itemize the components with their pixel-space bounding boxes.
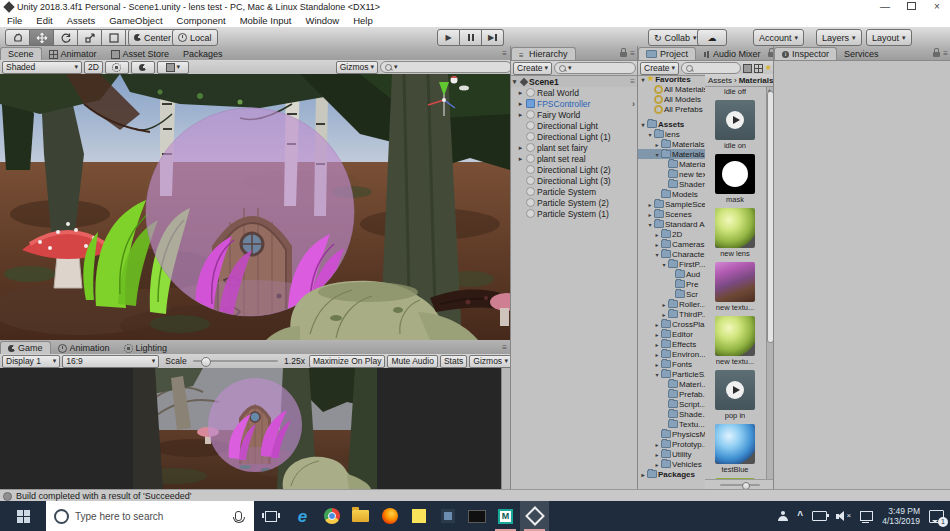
hierarchy-item[interactable]: ▸Fairy World <box>511 109 638 120</box>
expand-arrow-icon[interactable]: ▸ <box>517 100 524 108</box>
hierarchy-item[interactable]: ▸Real World <box>511 87 638 98</box>
project-tree-item[interactable]: All Models <box>638 94 705 104</box>
taskbar-app-file-explorer[interactable] <box>346 501 375 531</box>
expand-arrow-icon[interactable]: ▾ <box>654 151 660 158</box>
step-button[interactable]: ▶ <box>482 29 504 46</box>
project-tree-item[interactable]: Textu... <box>638 419 705 429</box>
expand-arrow-icon[interactable]: ▸ <box>654 241 660 248</box>
expand-arrow-icon[interactable]: ▸ <box>654 451 660 458</box>
scene-gizmos-dropdown[interactable]: Gizmos▾ <box>336 61 378 74</box>
pivot-toggle-button[interactable]: Center <box>128 29 177 46</box>
expand-arrow-icon[interactable]: ▸ <box>661 311 667 318</box>
hierarchy-item[interactable]: Particle System (1) <box>511 208 638 219</box>
project-tree-item[interactable]: Pre <box>638 279 705 289</box>
cloud-button[interactable]: ☁ <box>697 29 727 46</box>
project-tree-item[interactable]: ▾★Favorites <box>638 74 705 84</box>
project-tree-item[interactable]: ▸Vehicles <box>638 459 705 469</box>
space-toggle-button[interactable]: Local <box>172 29 218 46</box>
project-tree-item[interactable]: ▸Packages <box>638 469 705 479</box>
rotate-tool-button[interactable] <box>54 29 78 46</box>
lock-icon[interactable] <box>933 52 940 57</box>
expand-arrow-icon[interactable]: ▾ <box>640 121 646 128</box>
hierarchy-item[interactable]: ▸plant set fairy <box>511 142 638 153</box>
breadcrumb-root[interactable]: Assets <box>708 76 732 85</box>
taskbar-app-photos[interactable] <box>433 501 462 531</box>
people-icon[interactable] <box>778 511 788 522</box>
menu-mobile-input[interactable]: Mobile Input <box>233 15 299 26</box>
expand-arrow-icon[interactable]: ▸ <box>654 331 660 338</box>
volume-muted-icon[interactable]: × <box>836 511 851 522</box>
scene-viewport[interactable] <box>0 74 510 340</box>
battery-icon[interactable] <box>812 511 827 521</box>
project-tree-item[interactable]: Models <box>638 189 705 199</box>
game-viewport[interactable] <box>0 368 510 489</box>
tab-animator[interactable]: Animator <box>42 48 104 60</box>
tab-animation[interactable]: Animation <box>51 342 117 354</box>
layout-dropdown[interactable]: Layout▾ <box>866 29 912 46</box>
expand-arrow-icon[interactable]: ▸ <box>647 201 653 208</box>
aspect-ratio-dropdown[interactable]: 16:9▾ <box>62 355 159 368</box>
maximize-button[interactable] <box>898 0 924 14</box>
taskbar-search-input[interactable]: Type here to search <box>46 501 254 531</box>
tab-project[interactable]: Project <box>638 47 696 60</box>
microphone-icon[interactable] <box>235 511 242 521</box>
asset-item[interactable]: testBlue <box>705 424 765 478</box>
project-tree-item[interactable]: ▸CrossPla... <box>638 319 705 329</box>
project-tree-item[interactable]: PhysicsM... <box>638 429 705 439</box>
asset-item[interactable]: new textu... <box>705 316 765 370</box>
taskbar-app-edge[interactable]: e <box>288 501 317 531</box>
project-tree-item[interactable]: ▸Utility <box>638 449 705 459</box>
project-tree-item[interactable]: Scr <box>638 289 705 299</box>
expand-arrow-icon[interactable]: ▾ <box>647 131 653 138</box>
action-center-icon[interactable]: 1 <box>929 510 944 523</box>
expand-arrow-icon[interactable]: ▸ <box>517 111 524 119</box>
project-tree-item[interactable]: ▸Editor <box>638 329 705 339</box>
project-tree-item[interactable]: ▸Prototyp... <box>638 439 705 449</box>
project-search-input[interactable] <box>681 62 741 74</box>
taskbar-app-chrome[interactable] <box>317 501 346 531</box>
tab-hierarchy[interactable]: Hierarchy <box>511 47 576 60</box>
tab-audio-mixer[interactable]: Audio Mixer <box>696 48 768 60</box>
move-tool-button[interactable] <box>30 29 54 46</box>
tab-game[interactable]: Game <box>0 341 51 354</box>
project-tree-item[interactable]: ▸SampleSce... <box>638 199 705 209</box>
tab-inspector[interactable]: Inspector <box>774 47 837 60</box>
project-tree-item[interactable]: ▾Assets <box>638 119 705 129</box>
expand-arrow-icon[interactable]: ▸ <box>517 144 524 152</box>
panel-menu-icon[interactable]: ≡ <box>943 50 948 58</box>
menu-assets[interactable]: Assets <box>60 15 103 26</box>
scene-fx-dropdown[interactable]: ▾ <box>157 61 189 74</box>
project-tree-item[interactable]: Shade... <box>638 409 705 419</box>
project-tree-item[interactable]: ▸Roller... <box>638 299 705 309</box>
menu-help[interactable]: Help <box>346 15 380 26</box>
lock-icon[interactable] <box>620 52 627 57</box>
task-view-button[interactable] <box>254 501 288 531</box>
hierarchy-item[interactable]: ▸plant set real <box>511 153 638 164</box>
tab-packages[interactable]: Packages <box>176 48 230 60</box>
maximize-on-play-button[interactable]: Maximize On Play <box>309 355 386 368</box>
menu-edit[interactable]: Edit <box>29 15 59 26</box>
expand-arrow-icon[interactable]: ▾ <box>647 221 653 228</box>
display-dropdown[interactable]: Display 1▾ <box>2 355 60 368</box>
taskbar-app-firefox[interactable] <box>375 501 404 531</box>
hierarchy-item[interactable]: Particle System <box>511 186 638 197</box>
project-tree-item[interactable]: new text... <box>638 169 705 179</box>
project-tree-item[interactable]: Materials <box>638 159 705 169</box>
expand-arrow-icon[interactable]: ▸ <box>647 211 653 218</box>
rect-tool-button[interactable] <box>102 29 126 46</box>
project-tree-item[interactable]: ▸Effects <box>638 339 705 349</box>
start-button[interactable] <box>0 501 46 531</box>
project-tree-item[interactable]: Shaders <box>638 179 705 189</box>
expand-arrow-icon[interactable]: ▾ <box>640 76 646 83</box>
hierarchy-item[interactable]: Directional Light <box>511 120 638 131</box>
project-tree-item[interactable]: Aud <box>638 269 705 279</box>
asset-item[interactable]: mask <box>705 154 765 208</box>
scale-slider[interactable] <box>193 360 278 362</box>
project-tree-item[interactable]: Materi... <box>638 379 705 389</box>
hierarchy-item[interactable]: Directional Light (1) <box>511 131 638 142</box>
asset-item[interactable]: pop in <box>705 370 765 424</box>
stats-button[interactable]: Stats <box>440 355 467 368</box>
scene-search-input[interactable]: ▾ <box>380 61 512 73</box>
hierarchy-create-dropdown[interactable]: Create▾ <box>513 62 552 75</box>
play-button[interactable]: ▶ <box>437 29 460 46</box>
